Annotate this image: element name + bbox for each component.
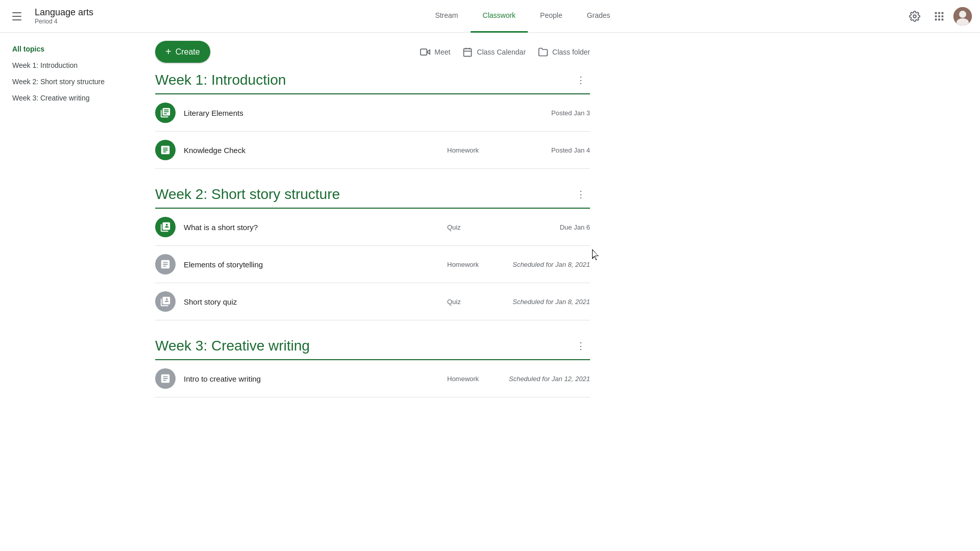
assignment-short-story-date: Due Jan 6 — [508, 223, 590, 231]
section-week1-header: Week 1: Introduction ⋮ — [155, 71, 590, 94]
assignment-short-story-name: What is a short story? — [184, 223, 447, 232]
section-week1-title: Week 1: Introduction — [155, 72, 286, 88]
assignment-storytelling[interactable]: Elements of storytelling Homework Schedu… — [155, 246, 590, 283]
section-week2-title: Week 2: Short story structure — [155, 186, 340, 203]
calendar-label: Class Calendar — [477, 48, 526, 56]
sidebar-item-week3[interactable]: Week 3: Creative writing — [0, 90, 135, 106]
apps-button[interactable] — [929, 6, 949, 27]
svg-rect-3 — [942, 12, 944, 14]
assignment-creative-writing-name: Intro to creative writing — [184, 374, 447, 383]
assignment-creative-writing-date: Scheduled for Jan 12, 2021 — [508, 375, 590, 383]
assignment-story-quiz-name: Short story quiz — [184, 297, 447, 306]
header-right — [904, 6, 972, 27]
main-content: + Create Meet — [143, 33, 602, 434]
gear-icon — [909, 11, 920, 22]
homework-icon — [160, 144, 171, 156]
plus-icon: + — [165, 46, 172, 58]
hamburger-button[interactable] — [8, 6, 29, 27]
settings-button[interactable] — [904, 6, 925, 27]
assignment-literary-elements-name: Literary Elements — [184, 109, 447, 117]
quiz-icon-gray — [160, 296, 171, 307]
sidebar-item-week2[interactable]: Week 2: Short story structure — [0, 73, 135, 90]
section-week3: Week 3: Creative writing ⋮ Intro to crea… — [155, 337, 590, 397]
assignment-knowledge-check-type: Homework — [447, 146, 488, 154]
svg-point-11 — [959, 11, 966, 18]
assignment-story-quiz-date: Scheduled for Jan 8, 2021 — [508, 298, 590, 306]
meet-action[interactable]: Meet — [420, 47, 450, 57]
app-subtitle: Period 4 — [35, 18, 93, 25]
layout: All topics Week 1: Introduction Week 2: … — [0, 33, 980, 434]
section-week2-more-button[interactable]: ⋮ — [572, 185, 590, 204]
section-week1-more-button[interactable]: ⋮ — [572, 71, 590, 89]
svg-rect-1 — [935, 12, 937, 14]
assignment-short-story-type: Quiz — [447, 223, 488, 231]
section-week1: Week 1: Introduction ⋮ Literary Elements… — [155, 71, 590, 169]
sidebar-item-week1[interactable]: Week 1: Introduction — [0, 57, 135, 73]
assignment-knowledge-check-icon — [155, 140, 176, 160]
main-nav: Stream Classwork People Grades — [141, 0, 904, 33]
svg-rect-8 — [938, 18, 940, 20]
svg-rect-9 — [942, 18, 944, 20]
material-icon — [160, 107, 171, 118]
svg-rect-4 — [935, 15, 937, 17]
calendar-icon — [462, 47, 473, 57]
toolbar-actions: Meet Class Calendar Class folder — [420, 47, 590, 57]
quiz-icon-green — [160, 221, 171, 233]
toolbar: + Create Meet — [143, 33, 602, 71]
section-week3-title: Week 3: Creative writing — [155, 338, 310, 354]
assignment-story-quiz-type: Quiz — [447, 298, 488, 306]
avatar[interactable] — [953, 7, 972, 26]
folder-label: Class folder — [552, 48, 590, 56]
assignment-story-quiz-icon — [155, 291, 176, 312]
nav-stream[interactable]: Stream — [423, 0, 470, 33]
assignment-knowledge-check[interactable]: Knowledge Check Homework Posted Jan 4 — [155, 132, 590, 169]
hamburger-icon — [12, 10, 24, 22]
app-title: Language arts Period 4 — [35, 7, 93, 25]
folder-action[interactable]: Class folder — [538, 47, 590, 57]
assignment-icon-gray — [160, 259, 171, 270]
assignment-story-quiz[interactable]: Short story quiz Quiz Scheduled for Jan … — [155, 283, 590, 320]
folder-icon — [538, 47, 548, 57]
assignment-knowledge-check-date: Posted Jan 4 — [508, 146, 590, 154]
nav-grades[interactable]: Grades — [575, 0, 623, 33]
nav-people[interactable]: People — [528, 0, 575, 33]
assignment-literary-elements[interactable]: Literary Elements Posted Jan 3 — [155, 94, 590, 132]
create-button[interactable]: + Create — [155, 41, 210, 63]
assignment-storytelling-name: Elements of storytelling — [184, 260, 447, 269]
assignment-storytelling-date: Scheduled for Jan 8, 2021 — [508, 261, 590, 268]
svg-rect-6 — [942, 15, 944, 17]
section-week3-more-button[interactable]: ⋮ — [572, 337, 590, 355]
assignment-short-story-icon — [155, 217, 176, 237]
svg-point-0 — [913, 15, 916, 18]
header-left: Language arts Period 4 — [8, 6, 141, 27]
assignment-icon-gray2 — [160, 373, 171, 384]
assignment-creative-writing-type: Homework — [447, 375, 488, 383]
assignment-storytelling-icon — [155, 254, 176, 274]
section-week2-header: Week 2: Short story structure ⋮ — [155, 185, 590, 209]
app-name: Language arts — [35, 7, 93, 18]
sidebar-item-all-topics[interactable]: All topics — [0, 41, 135, 57]
svg-rect-14 — [421, 49, 427, 55]
section-week2: Week 2: Short story structure ⋮ What is … — [155, 185, 590, 320]
assignment-storytelling-type: Homework — [447, 261, 488, 268]
assignment-creative-writing-icon — [155, 368, 176, 389]
nav-classwork[interactable]: Classwork — [471, 0, 528, 33]
meet-label: Meet — [434, 48, 450, 56]
svg-rect-5 — [938, 15, 940, 17]
assignment-literary-elements-date: Posted Jan 3 — [508, 109, 590, 117]
svg-rect-15 — [464, 48, 472, 56]
svg-rect-7 — [935, 18, 937, 20]
assignment-literary-elements-icon — [155, 103, 176, 123]
section-week3-header: Week 3: Creative writing ⋮ — [155, 337, 590, 360]
create-label: Create — [176, 47, 200, 57]
assignment-creative-writing[interactable]: Intro to creative writing Homework Sched… — [155, 360, 590, 397]
assignment-short-story[interactable]: What is a short story? Quiz Due Jan 6 — [155, 209, 590, 246]
grid-icon — [934, 11, 945, 22]
assignment-knowledge-check-name: Knowledge Check — [184, 146, 447, 155]
svg-rect-2 — [938, 12, 940, 14]
sidebar: All topics Week 1: Introduction Week 2: … — [0, 33, 143, 434]
header: Language arts Period 4 Stream Classwork … — [0, 0, 980, 33]
video-icon — [420, 47, 430, 57]
svg-marker-13 — [427, 49, 430, 54]
calendar-action[interactable]: Class Calendar — [462, 47, 526, 57]
